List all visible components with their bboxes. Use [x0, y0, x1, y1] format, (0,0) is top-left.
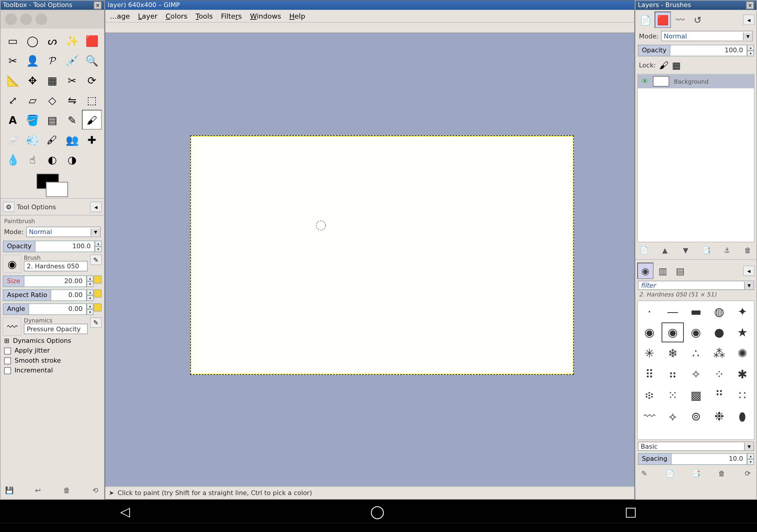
tool-airbrush[interactable]: 💨: [23, 130, 43, 149]
tool-bucket-fill[interactable]: 🪣: [23, 110, 43, 130]
menu-filters[interactable]: Filters: [221, 12, 242, 20]
tool-blur[interactable]: 💧: [3, 149, 23, 169]
brush-item[interactable]: ⊚: [684, 405, 708, 427]
brush-item[interactable]: ✦: [731, 301, 754, 322]
toolbox-close-icon[interactable]: ×: [94, 1, 102, 10]
tool-measure[interactable]: 📐: [3, 70, 23, 90]
panel-menu-icon[interactable]: ◂: [743, 15, 755, 25]
size-reset-icon[interactable]: [94, 276, 102, 284]
lower-layer-icon[interactable]: ▼: [681, 247, 691, 256]
layers-close-icon[interactable]: ×: [746, 1, 754, 10]
brush-item[interactable]: 〰: [638, 405, 661, 427]
layer-opacity-spinner[interactable]: ▴▾: [747, 44, 754, 56]
nav-recent-icon[interactable]: □: [625, 504, 637, 519]
angle-spinner[interactable]: ▴▾: [87, 303, 94, 315]
opacity-value[interactable]: 100.0: [36, 241, 95, 252]
layer-opacity-value[interactable]: 100.0: [671, 44, 747, 56]
brush-item[interactable]: ·: [638, 301, 661, 322]
smooth-stroke-check[interactable]: Smooth stroke: [1, 356, 104, 365]
tool-flip[interactable]: ⇋: [62, 90, 82, 110]
brush-item[interactable]: ፨: [638, 385, 661, 406]
delete-preset-icon[interactable]: 🗑: [62, 487, 72, 496]
menu-help[interactable]: Help: [289, 12, 305, 20]
brush-item[interactable]: ⁂: [708, 343, 731, 364]
dynamics-options-expander[interactable]: ⊞ Dynamics Options: [1, 336, 104, 345]
brush-preview-icon[interactable]: ◉: [3, 254, 21, 273]
bg-color[interactable]: [46, 182, 68, 197]
brush-preset-dropdown[interactable]: Basic ▾: [638, 442, 754, 451]
color-swatches[interactable]: [1, 171, 104, 197]
brush-item[interactable]: ●: [708, 322, 731, 343]
brush-item[interactable]: ✧: [684, 364, 708, 385]
tab-menu-icon[interactable]: ◂: [90, 202, 102, 212]
tool-scissors[interactable]: ✂: [3, 50, 23, 70]
layers-list[interactable]: 👁 Background: [637, 74, 755, 242]
brush-item[interactable]: ∷: [731, 385, 754, 406]
layer-mode-dropdown[interactable]: Normal ▾: [661, 31, 753, 41]
tool-foreground-select[interactable]: 👤: [23, 50, 43, 70]
brush-item[interactable]: ⠿: [638, 364, 661, 385]
patterns-tab-icon[interactable]: ▥: [655, 263, 671, 279]
tool-free-select[interactable]: ᔕ: [43, 31, 62, 50]
restore-preset-icon[interactable]: ↩: [33, 487, 43, 496]
brush-item[interactable]: ⁙: [661, 385, 684, 406]
lock-pixels-icon[interactable]: 🖌: [659, 60, 668, 71]
ruler-horizontal[interactable]: [105, 23, 634, 33]
tool-by-color-select[interactable]: 🟥: [82, 31, 102, 50]
tool-perspective[interactable]: ◇: [43, 90, 62, 110]
dynamics-preview-icon[interactable]: 〰: [3, 317, 21, 336]
tool-zoom[interactable]: 🔍: [82, 50, 102, 70]
incremental-check[interactable]: Incremental: [1, 366, 104, 375]
paths-tab-icon[interactable]: 〰: [672, 12, 688, 28]
channels-tab-icon[interactable]: 🟥: [655, 12, 671, 28]
tool-heal[interactable]: ✚: [82, 130, 102, 149]
size-value[interactable]: 20.00: [24, 276, 87, 287]
menu-tools[interactable]: Tools: [196, 12, 213, 20]
dynamics-name-field[interactable]: Pressure Opacity: [24, 324, 88, 334]
aspect-value[interactable]: 0.00: [51, 289, 87, 301]
menu-image[interactable]: …age: [110, 12, 130, 20]
visibility-eye-icon[interactable]: 👁: [641, 77, 649, 86]
menu-layer[interactable]: Layer: [138, 12, 158, 20]
menu-colors[interactable]: Colors: [166, 12, 188, 20]
brush-item[interactable]: ⬮: [731, 405, 754, 427]
brush-item[interactable]: —: [661, 301, 684, 322]
tool-shear[interactable]: ▱: [23, 90, 43, 110]
image-window-titlebar[interactable]: layer) 640x400 – GIMP: [105, 1, 634, 10]
duplicate-brush-icon[interactable]: 📑: [691, 470, 701, 479]
brush-item[interactable]: ▩: [684, 385, 708, 406]
brush-item[interactable]: ❄: [661, 343, 684, 364]
tool-rotate[interactable]: ⟳: [82, 70, 102, 90]
brush-item[interactable]: ⠛: [708, 385, 731, 406]
tool-burn[interactable]: ◑: [62, 149, 82, 169]
tool-scale[interactable]: ⤢: [3, 90, 23, 110]
toolbox-titlebar[interactable]: Toolbox - Tool Options ×: [1, 1, 104, 10]
lock-alpha-icon[interactable]: ▦: [672, 60, 681, 71]
angle-reset-icon[interactable]: [94, 303, 102, 311]
brush-item[interactable]: ⟡: [661, 405, 684, 427]
menu-windows[interactable]: Windows: [250, 12, 281, 20]
size-spinner[interactable]: ▴▾: [87, 276, 94, 287]
tool-align[interactable]: ▦: [43, 70, 62, 90]
brush-edit-icon[interactable]: ✎: [90, 254, 102, 265]
brush-item[interactable]: ✺: [731, 343, 754, 364]
tool-blend[interactable]: ▤: [43, 110, 62, 130]
tool-cage[interactable]: ⬚: [82, 90, 102, 110]
brush-item[interactable]: ✳: [638, 343, 661, 364]
tool-rect-select[interactable]: ▭: [3, 31, 23, 50]
aspect-reset-icon[interactable]: [94, 289, 102, 298]
new-brush-icon[interactable]: 📄: [665, 470, 675, 479]
tool-ink[interactable]: 🖋: [43, 130, 62, 149]
tool-text[interactable]: A: [3, 110, 23, 130]
brushes-grid[interactable]: · — ▬ ◍ ✦ ◉ ◉ ◉ ● ★ ✳ ❄ ∴ ⁂ ✺ ⠿ ⠶ ✧ ⁘ ✱ …: [637, 301, 755, 440]
spacing-value[interactable]: 10.0: [672, 453, 747, 465]
tool-ellipse-select[interactable]: ◯: [23, 31, 43, 50]
brush-item[interactable]: ◍: [708, 301, 731, 322]
layers-titlebar[interactable]: Layers - Brushes ×: [635, 1, 756, 10]
dynamics-edit-icon[interactable]: ✎: [90, 317, 102, 328]
tool-smudge[interactable]: ☝: [23, 149, 43, 169]
brush-item[interactable]: ◉: [638, 322, 661, 343]
layer-name[interactable]: Background: [674, 78, 709, 84]
canvas[interactable]: [190, 135, 574, 375]
brush-item-selected[interactable]: ◉: [661, 322, 684, 343]
